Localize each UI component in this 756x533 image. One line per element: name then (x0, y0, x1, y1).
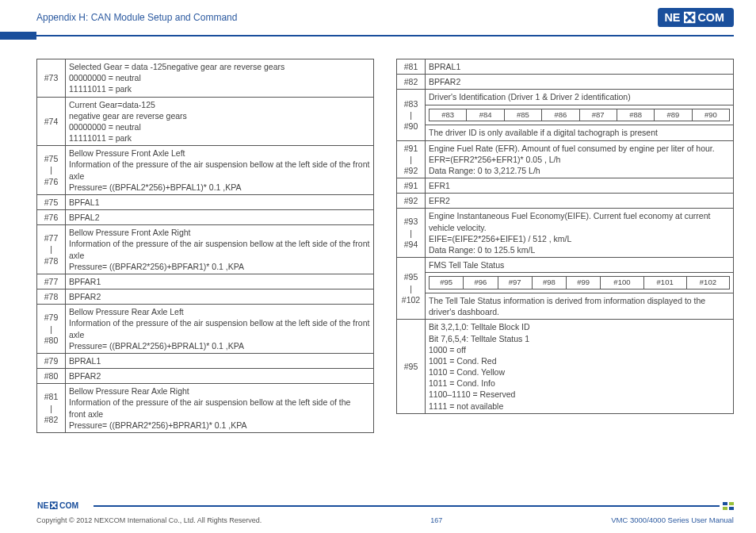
svg-rect-9 (723, 507, 727, 510)
sub-cell: #95 (430, 277, 464, 290)
sub-cell: #85 (504, 109, 541, 121)
row-index: #91 (397, 178, 426, 194)
footer-mark-icon (723, 502, 734, 510)
svg-text:NE: NE (37, 501, 49, 510)
row-desc: BPFAR1 (66, 274, 374, 289)
row-index: #75|#76 (37, 146, 66, 195)
row-desc: Selected Gear = data -125negative gear a… (66, 59, 374, 98)
row-desc: Bellow Pressure Rear Axle LeftInformatio… (66, 305, 374, 354)
svg-text:COM: COM (697, 11, 724, 24)
row-index: #79|#80 (37, 305, 66, 354)
left-table: #73Selected Gear = data -125negative gea… (36, 59, 374, 433)
row-index: #78 (37, 290, 66, 305)
row-desc: BPFAR2 (66, 369, 374, 384)
row-desc: #83#84#85#86#87#88#89#90 (426, 105, 734, 125)
row-index: #81|#82 (37, 384, 66, 433)
row-index: #81 (397, 59, 426, 75)
row-desc: The Tell Tale Status information is deri… (426, 293, 734, 320)
svg-text:COM: COM (59, 501, 78, 510)
row-index: #74 (37, 97, 66, 146)
row-desc: BPFAR2 (66, 290, 374, 305)
page-footer: NECOM Copyright © 2012 NEXCOM Internatio… (0, 500, 756, 524)
row-desc: EFR2 (426, 194, 734, 209)
footer-logo: NECOM (36, 500, 89, 512)
svg-text:NE: NE (664, 11, 680, 24)
row-desc: Engine Fuel Rate (EFR). Amount of fuel c… (426, 140, 734, 178)
row-desc: #95#96#97#98#99#100#101#102 (426, 273, 734, 293)
sub-cell: #101 (643, 277, 686, 290)
sub-cell: #99 (567, 277, 601, 290)
sub-cell: #97 (498, 277, 532, 290)
sub-cell: #87 (579, 109, 617, 121)
row-desc: BPRAL1 (426, 59, 734, 75)
row-desc: Bellow Pressure Front Axle LeftInformati… (66, 146, 374, 195)
row-desc: FMS Tell Tale Status (426, 258, 734, 273)
appendix-title: Appendix H: CAN Module Setup and Command (36, 12, 237, 23)
row-desc: Bellow Pressure Rear Axle RightInformati… (66, 384, 374, 433)
row-desc: The driver ID is only available if a dig… (426, 125, 734, 140)
content-area: #73Selected Gear = data -125negative gea… (0, 40, 756, 433)
sub-cell: #83 (430, 109, 467, 121)
row-index: #77|#78 (37, 225, 66, 274)
row-index: #76 (37, 210, 66, 225)
row-index: #95|#102 (397, 258, 426, 320)
sub-table: #95#96#97#98#99#100#101#102 (429, 276, 730, 290)
right-column: #81BPRAL1#82BPFAR2#83|#90Driver's Identi… (396, 59, 734, 433)
manual-title: VMC 3000/4000 Series User Manual (611, 516, 734, 524)
page-number: 167 (430, 516, 442, 524)
row-desc: Bit 3,2,1,0: Telltale Block IDBit 7,6,5,… (426, 320, 734, 413)
sub-table: #83#84#85#86#87#88#89#90 (429, 109, 730, 122)
sub-cell: #86 (542, 109, 579, 121)
row-desc: EFR1 (426, 178, 734, 194)
header-rule (0, 32, 756, 40)
row-desc: BPFAR2 (426, 75, 734, 90)
row-index: #91|#92 (397, 140, 426, 178)
row-index: #75 (37, 194, 66, 209)
sub-cell: #84 (467, 109, 504, 121)
row-index: #79 (37, 353, 66, 368)
page-header: Appendix H: CAN Module Setup and Command… (0, 0, 756, 32)
svg-rect-8 (729, 502, 734, 505)
nexcom-logo: NECOM (658, 8, 734, 27)
copyright-text: Copyright © 2012 NEXCOM International Co… (36, 516, 262, 524)
row-desc: Driver's Identification (Driver 1 & Driv… (426, 90, 734, 105)
right-table: #81BPRAL1#82BPFAR2#83|#90Driver's Identi… (396, 59, 734, 414)
row-desc: Engine Instantaneous Fuel Economy(EIFE).… (426, 209, 734, 258)
row-index: #82 (397, 75, 426, 90)
row-index: #73 (37, 59, 66, 98)
sub-cell: #90 (692, 109, 729, 121)
row-desc: BPRAL1 (66, 353, 374, 368)
row-index: #92 (397, 194, 426, 209)
row-desc: BPFAL1 (66, 194, 374, 209)
sub-cell: #98 (532, 277, 566, 290)
row-desc: BPFAL2 (66, 210, 374, 225)
row-desc: Bellow Pressure Front Axle RightInformat… (66, 225, 374, 274)
row-index: #93|#94 (397, 209, 426, 258)
svg-rect-10 (729, 507, 734, 510)
row-desc: Current Gear=data-125negative gear are r… (66, 97, 374, 146)
sub-cell: #102 (686, 277, 729, 290)
sub-cell: #96 (464, 277, 498, 290)
sub-cell: #89 (655, 109, 692, 121)
left-column: #73Selected Gear = data -125negative gea… (36, 59, 374, 433)
sub-cell: #100 (601, 277, 643, 290)
row-index: #77 (37, 274, 66, 289)
row-index: #95 (397, 320, 426, 413)
svg-rect-7 (723, 502, 727, 505)
row-index: #83|#90 (397, 90, 426, 140)
row-index: #80 (37, 369, 66, 384)
sub-cell: #88 (617, 109, 654, 121)
